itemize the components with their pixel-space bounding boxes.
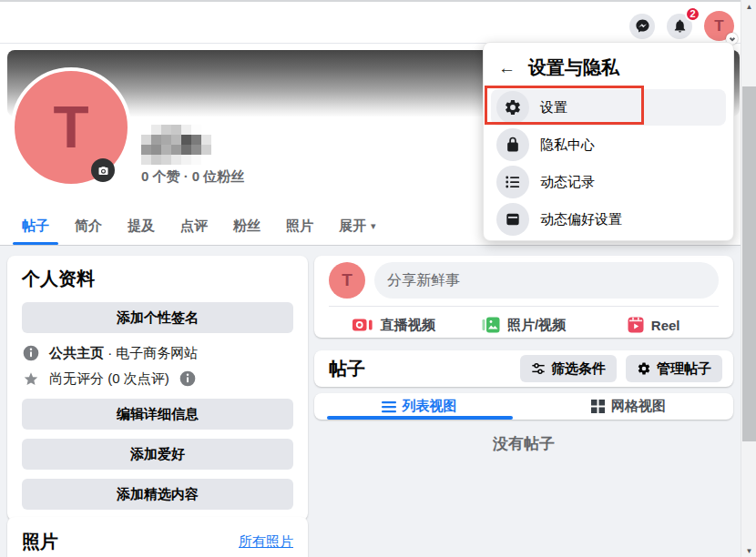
menu-item-activity-log[interactable]: 动态记录 xyxy=(491,164,726,200)
posts-header-card: 帖子 筛选条件 管理帖子 xyxy=(314,350,733,387)
lock-icon xyxy=(496,128,529,161)
live-video-icon xyxy=(352,318,373,332)
composer-avatar[interactable]: T xyxy=(329,262,365,299)
manage-posts-button[interactable]: 管理帖子 xyxy=(626,355,722,382)
settings-privacy-dropdown: ← 设置与隐私 设置 隐私中心 动态记录 动态偏好设置 xyxy=(483,42,734,241)
no-posts-message: 没有帖子 xyxy=(314,433,733,454)
reel-icon xyxy=(628,317,644,333)
censored-profile-name xyxy=(141,125,211,165)
edit-details-button[interactable]: 编辑详细信息 xyxy=(22,399,293,430)
star-icon xyxy=(22,370,40,388)
photos-card-title: 照片 xyxy=(22,530,58,554)
account-menu-button[interactable]: T xyxy=(704,11,734,41)
scrollbar-thumb[interactable] xyxy=(742,86,756,441)
avatar-letter: T xyxy=(714,17,723,35)
notifications-button[interactable]: 2 xyxy=(667,14,692,39)
menu-item-settings[interactable]: 设置 xyxy=(491,89,726,126)
add-featured-button[interactable]: 添加精选内容 xyxy=(22,479,293,510)
grid-view-icon xyxy=(591,400,605,413)
add-hobbies-button[interactable]: 添加爱好 xyxy=(22,439,293,470)
intro-card-title: 个人资料 xyxy=(22,267,293,291)
page-category-bold: 公共主页 xyxy=(49,345,104,360)
grid-view-tab[interactable]: 网格视图 xyxy=(524,393,733,420)
menu-item-feed-preferences[interactable]: 动态偏好设置 xyxy=(491,201,726,238)
activity-log-icon xyxy=(496,166,529,198)
filters-icon xyxy=(531,361,546,376)
gear-icon xyxy=(637,361,651,376)
intro-card: 个人资料 添加个性签名 公共主页 · 电子商务网站 尚无评分 (0 次点评) 编… xyxy=(7,256,308,521)
tab-posts[interactable]: 帖子 xyxy=(9,208,62,245)
bell-icon xyxy=(672,18,688,34)
top-navigation-bar: 2 T xyxy=(0,0,756,44)
info-icon[interactable] xyxy=(179,370,197,388)
profile-tabs: 帖子 简介 提及 点评 粉丝 照片 展开▾ xyxy=(9,208,389,245)
page-category-rest: · 电子商务网站 xyxy=(104,345,198,360)
rating-text: 尚无评分 (0 次点评) xyxy=(49,370,169,388)
gear-icon xyxy=(496,91,529,124)
list-view-tab[interactable]: 列表视图 xyxy=(314,393,524,420)
photo-video-icon xyxy=(482,317,500,333)
messenger-icon xyxy=(635,18,650,34)
photo-video-button[interactable]: 照片/视频 xyxy=(459,311,589,339)
page-scrollbar[interactable]: ▲ ▼ xyxy=(741,0,756,557)
post-composer-card: T 直播视频 照片/视频 Reel xyxy=(314,256,733,338)
scroll-down-arrow[interactable]: ▼ xyxy=(741,544,756,557)
messenger-button[interactable] xyxy=(629,14,655,39)
back-button[interactable]: ← xyxy=(498,59,516,76)
menu-item-privacy-center[interactable]: 隐私中心 xyxy=(491,127,726,163)
posts-view-tabs: 列表视图 网格视图 xyxy=(314,393,733,420)
posts-card-title: 帖子 xyxy=(329,357,365,381)
page-category-row: 公共主页 · 电子商务网站 xyxy=(22,344,293,362)
scroll-up-arrow[interactable]: ▲ xyxy=(741,0,756,13)
tab-about[interactable]: 简介 xyxy=(62,208,115,245)
tab-followers[interactable]: 粉丝 xyxy=(220,208,273,245)
camera-icon xyxy=(97,164,110,177)
notification-badge: 2 xyxy=(685,6,700,22)
rating-row: 尚无评分 (0 次点评) xyxy=(22,370,293,388)
list-view-icon xyxy=(382,400,396,413)
tab-reviews[interactable]: 点评 xyxy=(168,208,220,245)
tab-more[interactable]: 展开▾ xyxy=(326,208,389,245)
info-icon xyxy=(22,344,40,362)
avatar-letter: T xyxy=(53,94,88,161)
likes-followers-count: 0 个赞 · 0 位粉丝 xyxy=(141,168,244,186)
divider xyxy=(329,306,719,307)
feed-preferences-icon xyxy=(496,203,529,236)
composer-input[interactable] xyxy=(374,262,719,299)
tab-mentions[interactable]: 提及 xyxy=(115,208,168,245)
dropdown-title: 设置与隐私 xyxy=(528,56,619,80)
add-bio-button[interactable]: 添加个性签名 xyxy=(22,302,293,333)
filters-button[interactable]: 筛选条件 xyxy=(520,355,617,382)
reel-button[interactable]: Reel xyxy=(588,311,719,339)
see-all-photos-link[interactable]: 所有照片 xyxy=(239,533,293,551)
caret-down-icon: ▾ xyxy=(371,220,376,232)
photos-card: 照片 所有照片 xyxy=(7,517,308,557)
change-avatar-button[interactable] xyxy=(91,158,115,182)
live-video-button[interactable]: 直播视频 xyxy=(329,311,459,339)
tab-photos[interactable]: 照片 xyxy=(273,208,326,245)
